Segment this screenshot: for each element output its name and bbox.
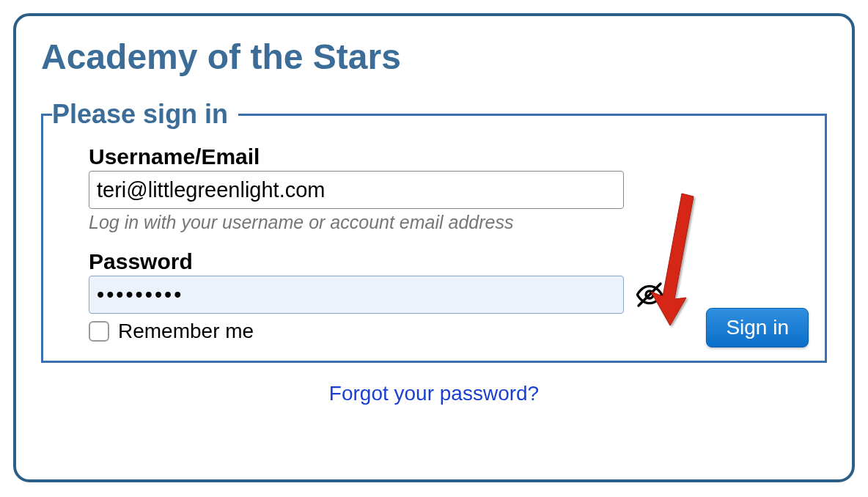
- password-row: [89, 276, 803, 314]
- password-input[interactable]: [89, 276, 624, 314]
- toggle-password-visibility-button[interactable]: [634, 279, 665, 310]
- remember-me-row: Remember me: [89, 320, 803, 343]
- remember-me-checkbox[interactable]: [89, 321, 109, 342]
- forgot-password-link[interactable]: Forgot your password?: [41, 382, 827, 405]
- username-help-text: Log in with your username or account ema…: [89, 212, 803, 233]
- password-field-group: Password: [89, 249, 803, 314]
- app-title: Academy of the Stars: [41, 37, 827, 77]
- username-field-group: Username/Email Log in with your username…: [89, 144, 803, 233]
- signin-fieldset: Please sign in Username/Email Log in wit…: [41, 99, 827, 363]
- password-label: Password: [89, 249, 803, 274]
- signin-legend: Please sign in: [52, 99, 238, 130]
- signin-button[interactable]: Sign in: [706, 308, 809, 347]
- signin-panel: Academy of the Stars Please sign in User…: [13, 13, 855, 482]
- eye-slash-icon: [635, 280, 664, 309]
- remember-me-label: Remember me: [118, 320, 254, 343]
- username-input[interactable]: [89, 171, 624, 209]
- username-label: Username/Email: [89, 144, 803, 169]
